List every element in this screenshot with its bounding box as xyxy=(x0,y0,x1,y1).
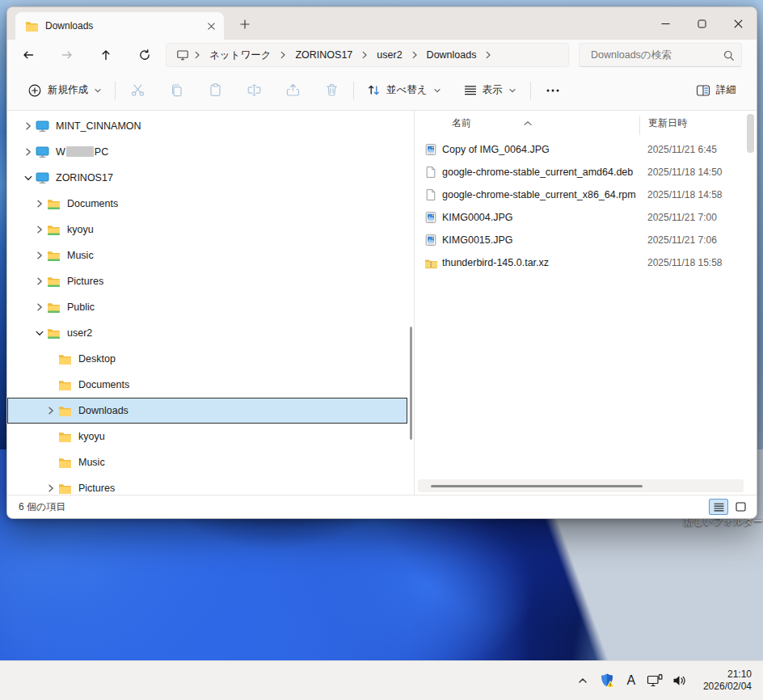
sidebar-item-kyoyu[interactable]: kyoyu xyxy=(7,217,407,242)
explorer-content: MINT_CINNAMONWPCZORINOS17DocumentskyoyuM… xyxy=(7,111,757,495)
taskbar-clock[interactable]: 21:10 2026/02/04 xyxy=(698,668,757,693)
file-row-kimg0004-jpg[interactable]: KIMG0004.JPG2025/11/21 7:00 xyxy=(419,206,757,229)
back-button[interactable] xyxy=(12,43,44,67)
sidebar-item-pictures[interactable]: Pictures xyxy=(7,268,407,294)
search-icon[interactable] xyxy=(723,49,735,61)
breadcrumb-item-[interactable]: ネットワーク xyxy=(202,45,278,65)
breadcrumb-bar[interactable]: ネットワークZORINOS17user2Downloads xyxy=(166,43,569,67)
sidebar-item-zorinos17[interactable]: ZORINOS17 xyxy=(7,165,407,191)
chevron-right-icon[interactable] xyxy=(32,276,47,286)
file-list-horizontal-scrollbar[interactable] xyxy=(418,479,744,492)
chevron-down-icon[interactable] xyxy=(20,173,36,183)
sidebar-item-w-pc[interactable]: WPC xyxy=(7,139,407,165)
file-list-vertical-scrollbar[interactable] xyxy=(747,114,754,153)
new-tab-button[interactable] xyxy=(235,15,255,34)
more-options-button[interactable] xyxy=(537,77,569,104)
chevron-down-icon[interactable] xyxy=(32,328,47,338)
sidebar-item-label: Pictures xyxy=(78,483,115,494)
rename-button[interactable] xyxy=(238,77,270,104)
breadcrumb-item-user2[interactable]: user2 xyxy=(369,45,409,65)
sidebar-item-music[interactable]: Music xyxy=(7,449,407,475)
search-box[interactable] xyxy=(579,43,742,67)
column-header-name[interactable]: 名前 xyxy=(419,116,639,135)
ellipsis-icon xyxy=(546,89,559,92)
file-name: google-chrome-stable_current_x86_64.rpm xyxy=(442,189,639,200)
column-headers: 名前 更新日時 xyxy=(419,111,757,135)
breadcrumb-chevron-icon xyxy=(278,50,288,60)
security-shield-icon[interactable] xyxy=(595,667,619,694)
breadcrumb-chevron-icon xyxy=(360,50,369,60)
file-row-thunderbird-145-0-tar-xz[interactable]: thunderbird-145.0.tar.xz2025/11/18 15:58 xyxy=(419,251,757,274)
close-button[interactable] xyxy=(720,7,757,40)
delete-button[interactable] xyxy=(315,77,348,104)
forward-button[interactable] xyxy=(51,43,83,67)
ime-mode-letter: A xyxy=(624,673,639,688)
tab-close-icon[interactable] xyxy=(203,18,219,34)
search-input[interactable] xyxy=(589,48,723,61)
sidebar-item-label: WPC xyxy=(56,146,108,158)
chevron-right-icon[interactable] xyxy=(43,406,58,415)
chevron-right-icon[interactable] xyxy=(32,251,47,260)
file-name: KIMG0004.JPG xyxy=(442,212,639,223)
sidebar-item-mint-cinnamon[interactable]: MINT_CINNAMON xyxy=(7,113,407,139)
horizontal-scrollbar-thumb[interactable] xyxy=(431,485,643,487)
sidebar-item-label: kyoyu xyxy=(67,224,94,235)
titlebar[interactable]: Downloads xyxy=(7,7,757,40)
new-button-label: 新規作成 xyxy=(48,83,88,97)
sidebar-item-desktop[interactable]: Desktop xyxy=(7,346,407,372)
breadcrumb-chevron-icon[interactable] xyxy=(483,50,493,60)
chevron-right-icon[interactable] xyxy=(32,199,47,209)
folder-icon xyxy=(58,431,76,443)
sidebar-item-music[interactable]: Music xyxy=(7,242,407,268)
file-row-kimg0015-jpg[interactable]: KIMG0015.JPG2025/11/21 7:06 xyxy=(419,229,757,251)
file-row-google-chrome-stable-current-amd64-deb[interactable]: google-chrome-stable_current_amd64.deb20… xyxy=(419,161,757,183)
chevron-right-icon[interactable] xyxy=(43,483,58,493)
sidebar-scrollbar[interactable] xyxy=(410,327,412,440)
this-pc-icon[interactable] xyxy=(171,48,192,61)
chevron-right-icon[interactable] xyxy=(32,225,47,234)
sidebar-item-downloads[interactable]: Downloads xyxy=(7,398,407,424)
details-pane-button[interactable]: 詳細 xyxy=(689,77,744,104)
share-icon xyxy=(285,82,301,98)
file-list: Copy of IMG_0064.JPG2025/11/21 6:45googl… xyxy=(419,135,757,274)
network-icon[interactable] xyxy=(643,667,668,694)
sidebar-item-label: Desktop xyxy=(78,353,116,365)
sidebar-item-kyoyu[interactable]: kyoyu xyxy=(7,424,407,449)
details-view-button[interactable] xyxy=(709,499,728,515)
sort-button[interactable]: 並べ替え xyxy=(360,77,449,104)
list-view-icon xyxy=(714,503,724,512)
maximize-button[interactable] xyxy=(684,7,720,40)
volume-icon[interactable] xyxy=(668,667,692,694)
sidebar-item-label: ZORINOS17 xyxy=(56,172,113,183)
chevron-right-icon[interactable] xyxy=(32,302,47,312)
large-icons-view-button[interactable] xyxy=(731,499,750,515)
file-row-copy-of-img-0064-jpg[interactable]: Copy of IMG_0064.JPG2025/11/21 6:45 xyxy=(419,138,757,161)
sidebar-item-documents[interactable]: Documents xyxy=(7,191,407,217)
share-button[interactable] xyxy=(276,77,309,104)
sidebar-item-documents[interactable]: Documents xyxy=(7,372,407,398)
hidden-icons-chevron[interactable] xyxy=(571,667,595,694)
file-row-google-chrome-stable-current-x86-64-rpm[interactable]: google-chrome-stable_current_x86_64.rpm2… xyxy=(419,183,757,206)
chevron-right-icon[interactable] xyxy=(20,121,36,131)
view-button[interactable]: 表示 xyxy=(457,77,524,104)
sidebar-item-pictures[interactable]: Pictures xyxy=(7,475,407,495)
column-header-modified[interactable]: 更新日時 xyxy=(639,116,751,135)
file-modified-date: 2025/11/18 14:50 xyxy=(639,167,751,178)
breadcrumb-item-downloads[interactable]: Downloads xyxy=(419,45,484,65)
breadcrumb-item-zorinos17[interactable]: ZORINOS17 xyxy=(288,45,360,65)
tab-downloads[interactable]: Downloads xyxy=(15,12,224,40)
up-button[interactable] xyxy=(90,43,122,67)
desktop: 新しいフォルダー Downloads xyxy=(0,0,763,700)
new-button[interactable]: 新規作成 xyxy=(20,77,109,104)
paste-button[interactable] xyxy=(199,77,231,104)
sidebar-item-user2[interactable]: user2 xyxy=(7,320,407,346)
refresh-button[interactable] xyxy=(129,43,161,67)
taskbar: A 21:10 2026/02/04 xyxy=(0,660,763,700)
sidebar-item-public[interactable]: Public xyxy=(7,294,407,320)
copy-button[interactable] xyxy=(160,77,192,104)
ime-icon[interactable]: A xyxy=(619,667,643,694)
cut-button[interactable] xyxy=(121,77,154,104)
image-file-icon xyxy=(419,143,442,156)
minimize-button[interactable] xyxy=(647,7,684,40)
chevron-right-icon[interactable] xyxy=(20,147,36,157)
